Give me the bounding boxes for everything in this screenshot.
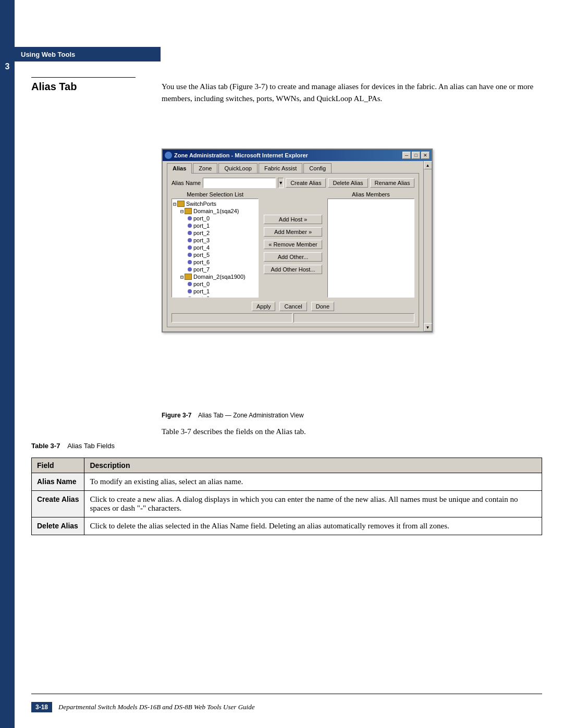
list-item[interactable]: port_3: [173, 237, 257, 244]
ie-title: Zone Administration - Microsoft Internet…: [165, 152, 308, 159]
tree-item-domain1[interactable]: ⊟ Domain_1(sqa24): [173, 207, 257, 215]
status-bar: [172, 313, 414, 323]
status-pane-1: [172, 313, 292, 323]
alias-members-list[interactable]: [327, 199, 414, 298]
desc-create-alias: Click to create a new alias. A dialog di…: [84, 491, 542, 517]
ie-titlebar: Zone Administration - Microsoft Internet…: [163, 150, 432, 161]
apply-button[interactable]: Apply: [252, 302, 276, 311]
close-button[interactable]: ✕: [421, 152, 430, 159]
alias-name-dropdown[interactable]: ▼: [278, 178, 284, 188]
tabs-row: Alias Zone QuickLoop Fabric Assist Confi…: [167, 163, 419, 173]
table-row: Create Alias Click to create a new alias…: [32, 491, 542, 517]
port-label: port_4: [193, 244, 210, 251]
tree-label-domain2: Domain_2(sqa1900): [193, 274, 246, 280]
tab-fabric-assist[interactable]: Fabric Assist: [259, 163, 302, 173]
tree-label-switchports: SwitchPorts: [186, 201, 216, 207]
port-label: port_6: [193, 259, 210, 265]
done-button[interactable]: Done: [311, 302, 334, 311]
tree-item-switchports[interactable]: ⊟ SwitchPorts: [173, 200, 257, 207]
table-heading-text: Alias Tab Fields: [67, 442, 115, 450]
scroll-down-arrow[interactable]: ▼: [424, 323, 432, 331]
page-number: 3-18: [31, 702, 52, 712]
scroll-up-arrow[interactable]: ▲: [424, 161, 432, 169]
list-item[interactable]: port_1: [173, 288, 257, 295]
left-blue-bar: [0, 0, 15, 728]
rename-alias-button[interactable]: Rename Alias: [370, 178, 415, 188]
port-icon: [188, 260, 192, 264]
port-icon: [188, 282, 192, 286]
tab-quickloop[interactable]: QuickLoop: [218, 163, 258, 173]
list-item[interactable]: port_1: [173, 222, 257, 229]
table-row: Delete Alias Click to delete the alias s…: [32, 517, 542, 535]
middle-buttons: Add Host » Add Member » « Remove Member …: [262, 191, 324, 298]
member-selection-list[interactable]: ⊟ SwitchPorts ⊟ Domain_1(sqa24): [172, 199, 259, 298]
header-bar-text: Using Web Tools: [21, 51, 75, 58]
port-icon: [188, 231, 192, 235]
add-host-button[interactable]: Add Host »: [264, 215, 322, 224]
desc-delete-alias: Click to delete the alias selected in th…: [84, 517, 542, 535]
add-other-host-button[interactable]: Add Other Host...: [264, 265, 322, 274]
port-icon: [188, 245, 192, 250]
port-icon: [188, 238, 192, 242]
field-delete-alias: Delete Alias: [32, 517, 84, 535]
header-bar: Using Web Tools: [15, 47, 161, 61]
list-item[interactable]: port_4: [173, 244, 257, 251]
field-create-alias: Create Alias: [32, 491, 84, 517]
expand-icon-switchports: ⊟: [173, 201, 176, 207]
body-text: You use the Alias tab (Figure 3-7) to cr…: [162, 81, 537, 104]
tree-item-domain2[interactable]: ⊟ Domain_2(sqa1900): [173, 273, 257, 280]
add-other-button[interactable]: Add Other...: [264, 252, 322, 262]
alias-members-title: Alias Members: [327, 191, 414, 198]
list-item[interactable]: port_6: [173, 258, 257, 266]
expand-icon-domain1: ⊟: [180, 208, 183, 214]
scrollbar[interactable]: ▲ ▼: [423, 161, 432, 331]
alias-name-label: Alias Name: [172, 180, 201, 186]
list-item[interactable]: port_2: [173, 295, 257, 298]
port-label: port_3: [193, 237, 210, 243]
col-header-field: Field: [32, 458, 84, 473]
port-label: port_0: [193, 281, 210, 287]
create-alias-button[interactable]: Create Alias: [286, 178, 326, 188]
heading-rule: [31, 77, 136, 78]
port-icon: [188, 289, 192, 293]
col-header-description: Description: [84, 458, 542, 473]
tree-label-domain1: Domain_1(sqa24): [193, 208, 239, 214]
folder-icon-domain1: [185, 208, 192, 214]
expand-icon-domain2: ⊟: [180, 274, 183, 280]
alias-name-input[interactable]: [203, 178, 276, 188]
tab-alias[interactable]: Alias: [167, 163, 192, 174]
table-desc: Table 3-7 describes the fields on the Al…: [162, 427, 306, 436]
figure-number: Figure 3-7: [162, 412, 191, 419]
bottom-buttons-row: Apply Cancel Done: [172, 302, 414, 311]
port-label: port_2: [193, 230, 210, 236]
ie-window-controls[interactable]: ─ □ ✕: [402, 152, 430, 159]
tab-config[interactable]: Config: [303, 163, 332, 173]
port-icon: [188, 224, 192, 228]
list-item[interactable]: port_5: [173, 251, 257, 258]
port-icon: [188, 267, 192, 272]
add-member-button[interactable]: Add Member »: [264, 227, 322, 237]
port-icon: [188, 216, 192, 220]
figure-caption-text: Alias Tab — Zone Administration View: [198, 412, 303, 419]
port-label: port_1: [193, 223, 210, 229]
list-item[interactable]: port_7: [173, 266, 257, 273]
footer-text: Departmental Switch Models DS-16B and DS…: [58, 703, 254, 711]
table-row: Alias Name To modify an existing alias, …: [32, 473, 542, 491]
status-pane-2: [293, 313, 414, 323]
delete-alias-button[interactable]: Delete Alias: [328, 178, 368, 188]
tab-zone[interactable]: Zone: [193, 163, 217, 173]
ie-inner-content: Alias Zone QuickLoop Fabric Assist Confi…: [163, 161, 423, 331]
lists-area: Member Selection List ⊟ SwitchPorts ⊟: [172, 191, 414, 298]
port-label: port_1: [193, 288, 210, 294]
alias-members-panel: Alias Members: [327, 191, 414, 298]
remove-member-button[interactable]: « Remove Member: [264, 240, 322, 249]
cancel-button[interactable]: Cancel: [279, 302, 307, 311]
restore-button[interactable]: □: [412, 152, 420, 159]
ie-window: Zone Administration - Microsoft Internet…: [162, 149, 433, 332]
table-number: Table 3-7: [31, 442, 60, 450]
minimize-button[interactable]: ─: [402, 152, 411, 159]
list-item[interactable]: port_0: [173, 280, 257, 288]
list-item[interactable]: port_2: [173, 229, 257, 237]
member-selection-title: Member Selection List: [172, 191, 259, 198]
list-item[interactable]: port_0: [173, 215, 257, 222]
